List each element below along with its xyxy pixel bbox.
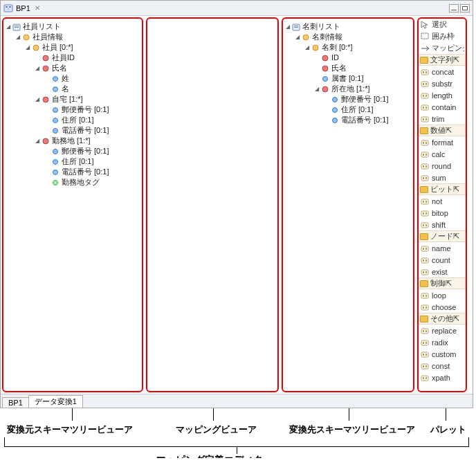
palette-tool-frame[interactable]: 囲み枠 [419,30,466,42]
pin-icon: ⇱ [453,314,459,323]
attribute-icon [51,158,60,166]
palette-category-control[interactable]: 制御⇱ [419,277,466,289]
function-icon [420,221,430,229]
function-icon [420,338,430,347]
palette-item-custom[interactable]: custom [419,348,466,360]
pin-icon: ⇱ [453,232,459,241]
palette-item-count[interactable]: count [419,254,466,266]
tree-node[interactable]: ID [313,53,412,63]
element-icon [32,44,40,52]
tree-node[interactable]: ◢社員 [0:*] [24,42,140,53]
palette-category-number[interactable]: 数値⇱ [419,125,466,136]
source-tree[interactable]: ◢社員リスト ◢社員情報 ◢社員 [0:*] 社員ID ◢氏名 姓 名 ◢自宅 … [3,19,142,190]
palette-item-sum[interactable]: sum [419,172,466,183]
palette-item-not[interactable]: not [419,195,466,207]
annotation-source: 変換元スキーマツリービューア [7,423,133,436]
arrow-icon [420,44,430,53]
tree-node[interactable]: 郵便番号 [0:1] [44,146,140,156]
tree-node[interactable]: 勤務地タグ [44,177,140,188]
folder-icon [420,186,428,193]
tree-node[interactable]: 電話番号 [0:1] [44,167,140,177]
palette-item-radix[interactable]: radix [419,336,466,348]
pin-icon: ⇱ [446,126,452,135]
maximize-button[interactable] [460,4,470,12]
function-icon [420,303,430,311]
element-icon [311,44,320,52]
function-icon [420,138,430,147]
palette-item-trim[interactable]: trim [419,113,466,125]
tree-node[interactable]: 電話番号 [0:1] [44,125,140,136]
svg-rect-13 [6,6,8,8]
function-icon [420,327,430,335]
palette-item-bitop[interactable]: bitop [419,207,466,219]
tab-data-transform[interactable]: データ変換1 [28,395,83,408]
palette-category-string[interactable]: 文字列⇱ [419,54,466,66]
tree-node[interactable]: ◢自宅 [1:*] [34,94,140,104]
function-icon [420,68,430,76]
attribute-icon [331,95,339,104]
tree-node[interactable]: 属書 [0:1] [313,73,412,84]
tree-node[interactable]: 郵便番号 [0:1] [44,104,140,115]
folder-icon [420,233,428,240]
tree-node[interactable]: 氏名 [313,63,412,73]
tree-node[interactable]: ◢勤務地 [1:*] [34,136,140,146]
palette-item-concat[interactable]: concat [419,66,466,78]
minimize-button[interactable] [449,4,459,12]
bottom-tabs: BP1 データ変換1 [1,394,473,408]
palette-tool-mapping[interactable]: マッピング [419,42,466,54]
palette-item-name[interactable]: name [419,242,466,254]
destination-tree[interactable]: ◢名刺リスト ◢名刺情報 ◢名刺 [0:*] ID 氏名 属書 [0:1] ◢所… [283,19,413,128]
palette-item-length[interactable]: length [419,89,466,101]
palette-item-loop[interactable]: loop [419,289,466,301]
palette-item-xpath[interactable]: xpath [419,372,466,383]
palette-item-round[interactable]: round [419,160,466,172]
folder-icon [420,57,428,64]
schema-root-icon [12,23,21,31]
tree-node-root[interactable]: ◢名刺リスト [284,21,412,32]
tree-node[interactable]: 姓 [44,73,140,84]
function-icon [420,362,430,370]
function-icon [420,103,430,111]
folder-icon [420,316,428,322]
tree-node[interactable]: 郵便番号 [0:1] [323,94,412,104]
palette-item-exist[interactable]: exist [419,266,466,277]
tree-node[interactable]: 電話番号 [0:1] [323,115,412,125]
element-icon [321,64,329,73]
tree-node-root[interactable]: ◢社員リスト [5,21,140,32]
tab-close-icon[interactable]: ✕ [35,4,40,12]
function-icon [420,80,430,88]
tree-node[interactable]: ◢所在地 [1:*] [313,84,412,94]
tree-node[interactable]: 社員ID [34,53,140,63]
attribute-icon [331,106,339,114]
tab-bp1[interactable]: BP1 [2,397,29,408]
palette-category-node[interactable]: ノード⇱ [419,230,466,242]
palette-item-format[interactable]: format [419,136,466,148]
palette-category-bit[interactable]: ビット⇱ [419,183,466,195]
palette-item-substr[interactable]: substr [419,78,466,89]
palette-category-other[interactable]: その他⇱ [419,313,466,325]
palette-item-contain[interactable]: contain [419,101,466,113]
palette-item-const[interactable]: const [419,360,466,372]
tree-node[interactable]: 住所 [0:1] [44,115,140,125]
tag-icon [51,179,60,187]
tree-node[interactable]: ◢氏名 [34,63,140,73]
mapping-panel[interactable] [146,17,279,392]
tree-node[interactable]: ◢社員情報 [15,32,140,42]
tree-node[interactable]: 住所 [0:1] [44,156,140,167]
palette-item-replace[interactable]: replace [419,325,466,336]
tree-node[interactable]: 住所 [0:1] [323,104,412,115]
palette-item-choose[interactable]: choose [419,301,466,313]
element-icon [42,95,50,104]
titlebar: BP1 ✕ [1,1,473,16]
palette-item-shift[interactable]: shift [419,219,466,230]
tree-node[interactable]: ◢名刺情報 [294,32,412,42]
function-icon [420,268,430,276]
palette-tool-select[interactable]: 選択 [419,19,466,30]
function-icon [420,256,430,264]
tab-title[interactable]: BP1 [16,4,30,12]
function-icon [420,115,430,123]
tree-node[interactable]: 名 [44,84,140,94]
element-icon [22,33,30,42]
palette-item-calc[interactable]: calc [419,148,466,160]
tree-node[interactable]: ◢名刺 [0:*] [304,42,412,53]
